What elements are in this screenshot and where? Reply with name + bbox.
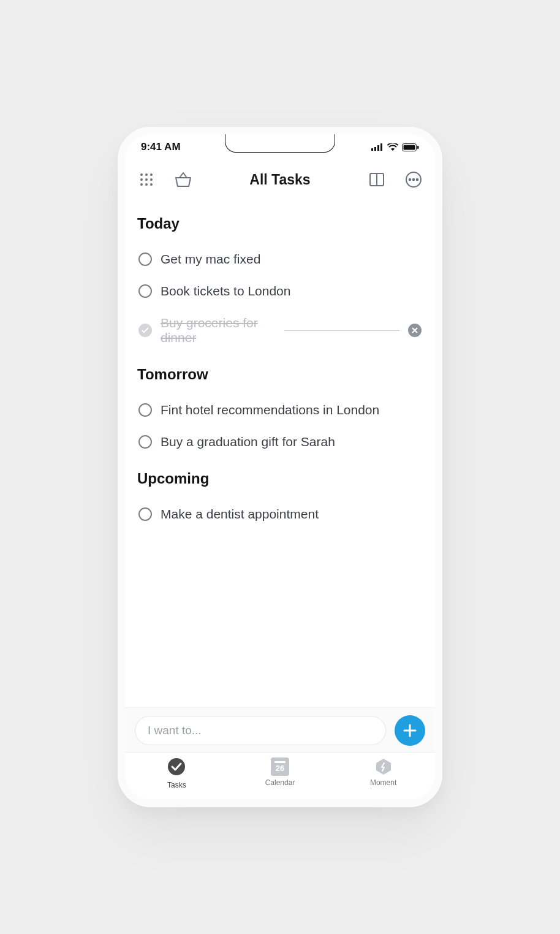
svg-rect-1 [374, 147, 376, 151]
delete-task-icon[interactable] [408, 324, 422, 337]
task-checkbox[interactable] [138, 435, 152, 449]
svg-rect-6 [417, 146, 419, 149]
phone-notch [225, 134, 335, 153]
svg-point-11 [145, 178, 148, 181]
section-tomorrow: Tomorrow Fint hotel recommendations in L… [137, 366, 423, 458]
tasks-tab-icon [167, 757, 186, 778]
page-title: All Tasks [249, 172, 310, 188]
task-list-scroll[interactable]: Today Get my mac fixed Book tickets to L… [125, 199, 435, 707]
status-right [371, 143, 419, 151]
svg-point-14 [145, 183, 148, 186]
task-checkbox[interactable] [138, 284, 152, 298]
task-label: Buy a graduation gift for Sarah [161, 435, 422, 449]
svg-rect-5 [404, 145, 415, 150]
section-title: Upcoming [137, 470, 423, 487]
tab-label: Tasks [167, 781, 186, 789]
quick-add-placeholder: I want to... [148, 724, 202, 737]
book-icon[interactable] [368, 170, 386, 189]
task-label: Buy groceries for dinner [161, 316, 276, 345]
svg-point-9 [150, 173, 153, 176]
task-row[interactable]: Buy groceries for dinner [137, 307, 423, 354]
svg-point-21 [417, 179, 418, 181]
task-label: Make a dentist appointment [161, 507, 422, 522]
task-strike-line [284, 330, 399, 331]
task-checkbox[interactable] [138, 252, 152, 266]
svg-point-15 [150, 183, 153, 186]
task-row[interactable]: Buy a graduation gift for Sarah [137, 426, 423, 458]
section-today: Today Get my mac fixed Book tickets to L… [137, 215, 423, 354]
status-time: 9:41 AM [141, 141, 181, 153]
moment-tab-icon [374, 757, 393, 776]
task-row[interactable]: Make a dentist appointment [137, 498, 423, 530]
battery-icon [402, 143, 419, 151]
task-checkbox[interactable] [138, 324, 152, 337]
phone-screen: 9:41 AM [125, 134, 435, 800]
basket-icon[interactable] [174, 170, 192, 189]
svg-point-8 [145, 173, 148, 176]
tab-calendar[interactable]: 26 Calendar [246, 757, 314, 800]
task-checkbox[interactable] [138, 403, 152, 417]
more-icon[interactable] [404, 170, 423, 189]
svg-rect-2 [377, 145, 379, 151]
svg-point-12 [150, 178, 153, 181]
section-upcoming: Upcoming Make a dentist appointment [137, 470, 423, 530]
task-row[interactable]: Fint hotel recommendations in London [137, 394, 423, 426]
quick-add-bar: I want to... [125, 707, 435, 752]
svg-point-19 [409, 179, 411, 181]
grid-menu-icon[interactable] [137, 170, 156, 189]
calendar-tab-icon: 26 [271, 757, 289, 776]
section-title: Today [137, 215, 423, 232]
section-title: Tomorrow [137, 366, 423, 383]
cellular-icon [371, 143, 384, 151]
svg-rect-0 [371, 148, 373, 151]
svg-point-7 [140, 173, 143, 176]
svg-point-10 [140, 178, 143, 181]
svg-point-13 [140, 183, 143, 186]
tab-moment[interactable]: Moment [350, 757, 417, 800]
add-task-button[interactable] [395, 715, 425, 746]
task-label: Get my mac fixed [161, 252, 422, 267]
tab-label: Calendar [265, 778, 295, 787]
tab-tasks[interactable]: Tasks [143, 757, 210, 800]
task-row[interactable]: Get my mac fixed [137, 243, 423, 275]
task-label: Book tickets to London [161, 284, 422, 298]
tab-label: Moment [370, 778, 396, 787]
bottom-tab-bar: Tasks 26 Calendar Moment [125, 752, 435, 800]
app-toolbar: All Tasks [125, 160, 435, 199]
task-row[interactable]: Book tickets to London [137, 275, 423, 307]
wifi-icon [387, 143, 398, 151]
svg-point-20 [413, 179, 415, 181]
task-checkbox[interactable] [138, 507, 152, 521]
task-label: Fint hotel recommendations in London [161, 403, 422, 417]
phone-frame: 9:41 AM [118, 127, 442, 807]
svg-point-22 [168, 758, 185, 775]
quick-add-input[interactable]: I want to... [135, 716, 386, 745]
svg-rect-3 [380, 143, 382, 151]
